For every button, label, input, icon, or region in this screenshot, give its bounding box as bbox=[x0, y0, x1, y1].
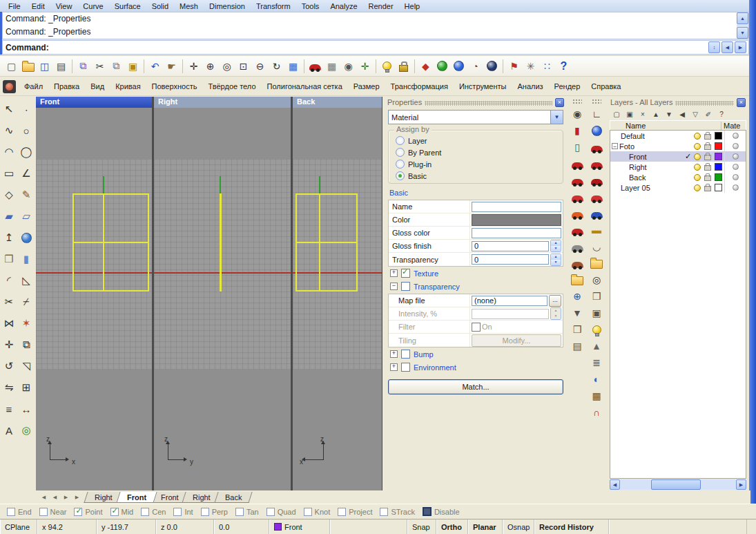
name-column-header[interactable]: Name bbox=[610, 122, 721, 130]
viewport-canvas-front[interactable]: z x bbox=[36, 108, 152, 490]
visibility-bulb-icon[interactable] bbox=[694, 143, 701, 150]
car-icon[interactable] bbox=[570, 173, 585, 188]
gloss-color-input[interactable] bbox=[472, 228, 561, 238]
osnap-checkbox[interactable] bbox=[39, 508, 48, 516]
copy-icon[interactable]: ⧉ bbox=[108, 58, 124, 74]
menu-item[interactable]: Transform bbox=[251, 1, 296, 12]
osnap-checkbox[interactable] bbox=[74, 508, 82, 516]
filter-icon[interactable]: ▽ bbox=[690, 108, 701, 120]
material-cell[interactable] bbox=[724, 182, 746, 193]
folder-icon[interactable] bbox=[589, 256, 604, 271]
toolbar-grip[interactable] bbox=[592, 99, 601, 104]
status-cell[interactable]: Snap bbox=[407, 519, 436, 534]
zoom-dynamic-icon[interactable]: ◎ bbox=[219, 58, 235, 74]
car-icon[interactable] bbox=[589, 173, 604, 188]
collapse-icon[interactable]: ◀ bbox=[677, 108, 688, 120]
environment-checkbox[interactable] bbox=[401, 363, 410, 372]
zoom-in-icon[interactable]: ⊕ bbox=[202, 58, 218, 74]
move-down-icon[interactable]: ▼ bbox=[663, 108, 675, 120]
layers-horizontal-scrollbar[interactable]: ◀ ▶ bbox=[610, 479, 746, 490]
layer-row[interactable]: Layer 05 bbox=[610, 182, 746, 193]
menu-item[interactable]: Вид bbox=[85, 81, 110, 92]
cylinder-tool-icon[interactable]: ▮ bbox=[18, 249, 35, 269]
status-cell[interactable]: x 94.2 bbox=[37, 519, 97, 534]
ruler-icon[interactable]: ▬ bbox=[589, 222, 604, 238]
status-cell[interactable] bbox=[330, 519, 407, 534]
status-cell[interactable]: Planar bbox=[468, 519, 503, 534]
fillet-tool-icon[interactable]: ◜ bbox=[1, 270, 17, 291]
assign-by-radio[interactable]: By Parent bbox=[396, 146, 556, 158]
osnap-checkbox[interactable] bbox=[304, 508, 312, 516]
status-cell[interactable]: CPlane bbox=[0, 519, 37, 534]
transparency-stepper[interactable]: ▲▼ bbox=[550, 254, 561, 266]
tab-nav-button[interactable]: ◀ bbox=[39, 493, 49, 502]
material-cell[interactable] bbox=[724, 131, 746, 141]
assign-by-radio[interactable]: Basic bbox=[396, 170, 556, 182]
expand-toggle[interactable] bbox=[612, 184, 619, 191]
viewport-title-front[interactable]: Front bbox=[36, 97, 152, 108]
menu-item[interactable]: Кривая bbox=[110, 81, 146, 92]
bump-checkbox[interactable] bbox=[401, 350, 410, 359]
osnap-checkbox[interactable] bbox=[141, 508, 149, 516]
copy-tool-icon[interactable]: ⧉ bbox=[18, 334, 35, 355]
osnap-checkbox[interactable] bbox=[380, 508, 388, 516]
expand-toggle[interactable] bbox=[612, 133, 619, 139]
sports-car-icon[interactable] bbox=[570, 206, 585, 221]
prompt-right-icon[interactable]: ▶ bbox=[735, 41, 746, 53]
menu-item[interactable]: Mesh bbox=[174, 1, 204, 12]
layers-panel-titlebar[interactable]: Layers - All Layers × bbox=[608, 97, 748, 108]
layer-color-swatch[interactable] bbox=[715, 163, 722, 171]
sphere-icon[interactable] bbox=[589, 123, 604, 138]
van-icon[interactable] bbox=[570, 256, 585, 271]
status-cell[interactable] bbox=[609, 519, 747, 534]
box-tool-icon[interactable]: ❒ bbox=[1, 249, 17, 269]
properties-panel-titlebar[interactable]: Properties × bbox=[385, 97, 566, 108]
sphere-tool-icon[interactable] bbox=[18, 227, 35, 248]
fire-extinguisher-icon[interactable]: ▮ bbox=[570, 123, 585, 138]
select-tool-icon[interactable]: ↖ bbox=[1, 99, 17, 120]
scroll-up-icon[interactable]: ▲ bbox=[737, 12, 748, 24]
frame-mullion-horizontal[interactable] bbox=[295, 242, 358, 243]
visibility-bulb-icon[interactable] bbox=[694, 164, 701, 171]
osnap-checkbox[interactable] bbox=[235, 508, 244, 516]
move-up-icon[interactable]: ▲ bbox=[650, 108, 661, 120]
lock-icon[interactable] bbox=[704, 175, 711, 181]
tab-nav-button[interactable]: ◀ bbox=[50, 493, 60, 502]
material-name-input[interactable] bbox=[472, 202, 561, 212]
command-prompt[interactable]: Command: ↕ ◀ ▶ bbox=[2, 40, 749, 55]
car-icon[interactable] bbox=[570, 156, 585, 171]
panel-grip[interactable] bbox=[425, 101, 552, 106]
new-sublayer-icon[interactable]: ▣ bbox=[624, 108, 635, 120]
help-icon[interactable]: ? bbox=[556, 58, 572, 74]
separator[interactable] bbox=[501, 58, 505, 74]
polyline-tool-icon[interactable]: ∠ bbox=[18, 163, 35, 184]
gumball-tool-icon[interactable]: ◎ bbox=[18, 420, 35, 441]
menu-item[interactable]: Dimension bbox=[204, 1, 251, 12]
point-tool-icon[interactable]: ∙ bbox=[18, 99, 35, 120]
render-icon[interactable] bbox=[434, 58, 450, 74]
material-cell[interactable] bbox=[724, 162, 746, 172]
viewport-tab[interactable]: Back bbox=[215, 492, 253, 503]
car-icon[interactable] bbox=[307, 58, 323, 74]
expand-toggle[interactable]: − bbox=[612, 143, 618, 149]
wireframe-icon[interactable]: ◔ bbox=[467, 58, 483, 74]
move-tool-icon[interactable]: ✛ bbox=[1, 334, 17, 355]
layer-color-swatch[interactable] bbox=[715, 142, 722, 150]
car-icon[interactable] bbox=[589, 206, 604, 221]
status-cell[interactable]: Osnap bbox=[503, 519, 534, 534]
split-tool-icon[interactable]: ⌿ bbox=[18, 292, 35, 312]
visibility-bulb-icon[interactable] bbox=[694, 153, 701, 160]
match-button[interactable]: Match... bbox=[388, 379, 563, 394]
properties-type-select[interactable]: Material ▼ bbox=[388, 110, 563, 124]
join-tool-icon[interactable]: ⋈ bbox=[1, 313, 17, 334]
texture-checkbox[interactable] bbox=[401, 269, 410, 278]
osnap-toggle[interactable]: Cen bbox=[141, 508, 166, 516]
menu-item[interactable]: Анализ bbox=[512, 81, 548, 92]
material-color-swatch[interactable] bbox=[472, 214, 561, 226]
dimension-tool-icon[interactable]: ↔ bbox=[18, 399, 35, 419]
printer-icon[interactable]: ▤ bbox=[570, 338, 585, 354]
scroll-left-icon[interactable]: ◀ bbox=[610, 479, 620, 490]
osnap-toggle[interactable]: Disable bbox=[423, 507, 460, 516]
car-icon[interactable] bbox=[570, 239, 585, 254]
axes-icon[interactable]: ∟ bbox=[589, 106, 604, 122]
